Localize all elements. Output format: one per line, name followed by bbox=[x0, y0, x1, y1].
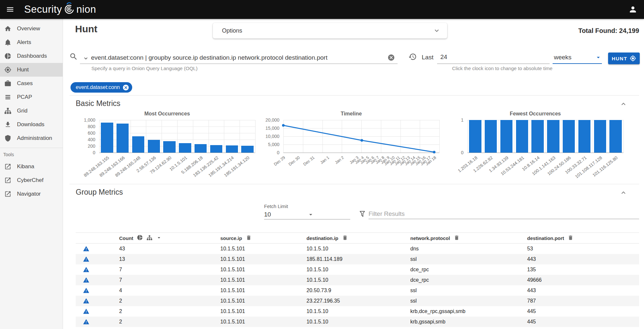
bar[interactable] bbox=[547, 120, 559, 153]
bar[interactable] bbox=[101, 123, 113, 153]
bar[interactable] bbox=[179, 143, 191, 153]
chart-title: Timeline bbox=[260, 111, 443, 118]
column-header-network-protocol: network.protocol bbox=[410, 233, 527, 244]
bar[interactable] bbox=[226, 145, 238, 153]
time-value-input[interactable] bbox=[437, 52, 550, 63]
table-row[interactable]: 4310.1.5.10110.1.5.10dns53 bbox=[76, 244, 639, 254]
caret-down-icon bbox=[307, 211, 350, 218]
column-header-destination-port: destination.port bbox=[527, 233, 639, 244]
sidebar-item-grid[interactable]: Grid bbox=[0, 104, 63, 118]
filter-results-input[interactable] bbox=[369, 209, 639, 218]
table-cell: 10.1.5.101 bbox=[220, 264, 306, 275]
bar[interactable] bbox=[594, 120, 606, 153]
time-hint: Click the clock icon to change to absolu… bbox=[452, 66, 553, 71]
sidebar-item-cases[interactable]: Cases bbox=[0, 77, 63, 90]
sidebar-item-label: Administration bbox=[17, 135, 52, 142]
bar[interactable] bbox=[609, 120, 621, 153]
warning-icon[interactable] bbox=[83, 319, 89, 325]
column-label: source.ip bbox=[220, 235, 242, 241]
sidebar-item-label: Downloads bbox=[17, 121, 44, 128]
table-cell: 10.1.5.101 bbox=[220, 254, 306, 264]
hunt-button[interactable]: HUNT bbox=[608, 52, 640, 64]
fetch-limit-select[interactable]: Fetch Limit 10 bbox=[264, 203, 350, 219]
warning-icon[interactable] bbox=[83, 246, 89, 252]
sidebar-item-navigator[interactable]: Navigator bbox=[0, 187, 63, 201]
table-row[interactable]: 210.1.5.10110.1.5.10krb,dce_rpc,gssapi,s… bbox=[76, 306, 639, 317]
x-axis-tick-label: Jan 2 bbox=[334, 155, 345, 165]
bar[interactable] bbox=[117, 124, 129, 153]
sidebar-item-hunt[interactable]: Hunt bbox=[0, 63, 63, 77]
bar[interactable] bbox=[563, 120, 575, 153]
y-axis-tick-label: 10,000 bbox=[260, 134, 279, 139]
bar[interactable] bbox=[163, 141, 175, 153]
table-row[interactable]: 210.1.5.10110.1.5.10krb,gssapi,smb445 bbox=[76, 317, 639, 327]
query-input[interactable] bbox=[91, 52, 385, 63]
logo-text-suffix: nion bbox=[76, 4, 96, 15]
history-clock-icon[interactable] bbox=[408, 52, 417, 61]
bar[interactable] bbox=[132, 136, 144, 153]
sidebar-item-kibana[interactable]: Kibana bbox=[0, 160, 63, 173]
close-circle-icon bbox=[387, 54, 395, 61]
filter-chip[interactable]: event.dataset:conn bbox=[71, 82, 132, 93]
bar[interactable] bbox=[210, 145, 222, 153]
pie-chart-toggle-icon[interactable] bbox=[137, 234, 143, 242]
table-row[interactable]: 210.1.5.10123.227.196.35ssl787 bbox=[76, 296, 639, 306]
bar[interactable] bbox=[578, 120, 590, 153]
bar[interactable] bbox=[469, 120, 481, 153]
user-icon[interactable] bbox=[628, 5, 637, 14]
warning-icon[interactable] bbox=[83, 266, 89, 273]
table-cell: 185.81.114.189 bbox=[306, 254, 410, 264]
sitemap-icon bbox=[4, 107, 11, 114]
table-row[interactable]: 410.1.5.10120.50.73.9ssl443 bbox=[76, 285, 639, 296]
bar[interactable] bbox=[241, 146, 253, 153]
chip-close-icon[interactable] bbox=[122, 84, 129, 91]
sidebar-item-downloads[interactable]: Downloads bbox=[0, 118, 63, 131]
sidebar-item-alerts[interactable]: Alerts bbox=[0, 36, 63, 49]
table-cell: 445 bbox=[527, 306, 639, 317]
search-icon[interactable] bbox=[69, 52, 78, 62]
bar[interactable] bbox=[500, 120, 512, 153]
warning-icon[interactable] bbox=[83, 277, 89, 283]
chart-title: Fewest Occurrences bbox=[444, 111, 627, 118]
collapse-basic-metrics-icon[interactable] bbox=[620, 100, 627, 108]
table-row[interactable]: 1310.1.5.101185.81.114.189ssl443 bbox=[76, 254, 639, 264]
sidebar-item-cyberchef[interactable]: CyberChef bbox=[0, 173, 63, 187]
sidebar-item-overview[interactable]: Overview bbox=[0, 22, 63, 36]
y-axis-tick-label: 400 bbox=[76, 137, 95, 142]
bar[interactable] bbox=[516, 120, 528, 153]
chart-plot bbox=[283, 120, 439, 153]
remove-column-icon[interactable] bbox=[454, 235, 460, 242]
remove-column-icon[interactable] bbox=[342, 235, 348, 242]
sidebar-item-dashboards[interactable]: Dashboards bbox=[0, 49, 63, 63]
warning-icon[interactable] bbox=[83, 256, 89, 262]
clear-query-button[interactable] bbox=[387, 54, 395, 61]
table-cell: ssl bbox=[410, 296, 527, 306]
warning-icon[interactable] bbox=[83, 287, 89, 294]
collapse-group-metrics-icon[interactable] bbox=[620, 189, 627, 197]
time-unit-select[interactable]: weeks bbox=[553, 52, 602, 64]
basic-metrics-section-header: Basic Metrics bbox=[70, 95, 639, 108]
group-view-caret-icon[interactable] bbox=[156, 235, 162, 242]
table-row[interactable]: 710.1.5.10110.1.5.10dce_rpc49666 bbox=[76, 275, 639, 285]
bar[interactable] bbox=[195, 144, 207, 153]
bar[interactable] bbox=[148, 140, 160, 153]
y-axis-tick-label: 600 bbox=[76, 130, 95, 136]
remove-column-icon[interactable] bbox=[246, 235, 252, 242]
table-cell: 10.1.5.101 bbox=[220, 317, 306, 327]
results-table: Countsource.ipdestination.ipnetwork.prot… bbox=[76, 232, 639, 327]
menu-icon[interactable] bbox=[6, 5, 14, 14]
table-row[interactable]: 710.1.5.10110.1.5.10dce_rpc135 bbox=[76, 264, 639, 275]
sidebar-item-pcap[interactable]: PCAP bbox=[0, 90, 63, 104]
bar[interactable] bbox=[485, 120, 497, 153]
options-dropdown[interactable]: Options bbox=[213, 23, 447, 38]
total-found-value: 24,199 bbox=[619, 27, 639, 34]
query-dropdown-chevron-icon[interactable] bbox=[83, 55, 89, 62]
group-view-icon[interactable] bbox=[147, 235, 152, 242]
warning-icon[interactable] bbox=[83, 298, 89, 304]
bar[interactable] bbox=[531, 120, 543, 153]
sidebar-item-administration[interactable]: Administration bbox=[0, 131, 63, 145]
download-icon bbox=[4, 121, 11, 128]
briefcase-icon bbox=[4, 80, 11, 87]
warning-icon[interactable] bbox=[83, 308, 89, 315]
remove-column-icon[interactable] bbox=[568, 235, 573, 242]
